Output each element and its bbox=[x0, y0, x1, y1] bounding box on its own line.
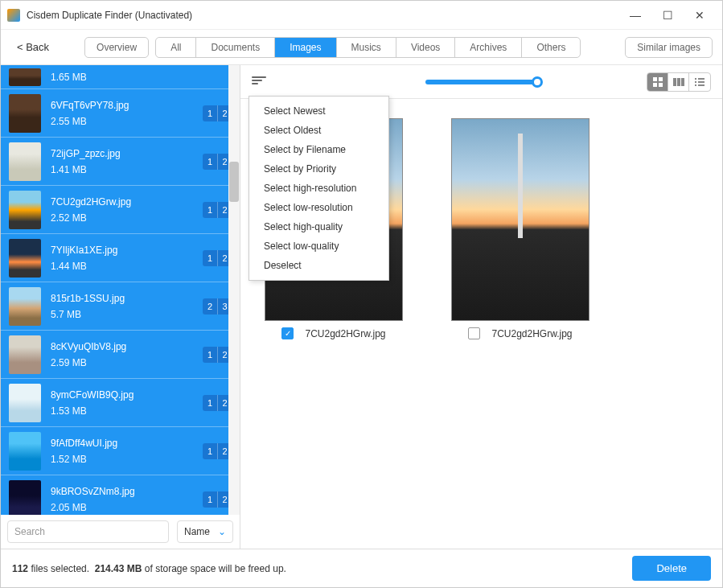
menu-item[interactable]: Select by Filename bbox=[249, 140, 388, 159]
menu-item[interactable]: Select high-quality bbox=[249, 217, 388, 236]
similar-images-button[interactable]: Similar images bbox=[625, 37, 713, 58]
dup-count-badge: 1 bbox=[203, 202, 217, 218]
close-button[interactable]: ✕ bbox=[684, 1, 716, 30]
tab-all[interactable]: All bbox=[156, 38, 196, 57]
window-title: Cisdem Duplicate Finder (Unactivated) bbox=[27, 10, 619, 21]
freed-label: of storage space will be freed up. bbox=[145, 563, 286, 574]
selected-label: files selected. bbox=[31, 563, 89, 574]
svg-rect-7 bbox=[695, 78, 696, 80]
filter-icon[interactable] bbox=[252, 76, 266, 88]
preview-item: 7CU2gd2HGrw.jpg bbox=[451, 118, 589, 529]
list-item[interactable]: 9fAfDff4wUI.jpg1.52 MB12 bbox=[1, 427, 240, 475]
dup-count-badge: 1 bbox=[203, 395, 217, 411]
list-item[interactable]: 8cKVyuQIbV8.jpg2.59 MB12 bbox=[1, 331, 240, 379]
svg-rect-1 bbox=[659, 77, 663, 81]
badges: 12 bbox=[203, 395, 232, 411]
maximize-button[interactable]: ☐ bbox=[651, 1, 684, 30]
file-name: 8cKVyuQIbV8.jpg bbox=[51, 341, 203, 352]
svg-rect-5 bbox=[677, 78, 680, 86]
svg-rect-3 bbox=[659, 83, 663, 87]
view-columns-button[interactable] bbox=[668, 73, 689, 91]
selection-context-menu: Select NewestSelect OldestSelect by File… bbox=[249, 96, 389, 281]
badges: 23 bbox=[203, 298, 232, 315]
badges: 12 bbox=[203, 202, 232, 218]
dup-count-badge: 1 bbox=[203, 154, 217, 170]
file-size: 5.7 MB bbox=[51, 309, 203, 320]
status-footer: 112 files selected. 214.43 MB of storage… bbox=[1, 549, 722, 587]
freed-size: 214.43 MB bbox=[95, 563, 142, 574]
duplicate-list: 1.65 MB6VFqT6vPY78.jpg2.55 MB1272ijGP_zp… bbox=[1, 65, 240, 515]
thumbnail bbox=[9, 239, 41, 278]
file-name: 9fAfDff4wUI.jpg bbox=[51, 438, 203, 449]
file-size: 2.05 MB bbox=[51, 502, 203, 513]
tab-videos[interactable]: Videos bbox=[396, 38, 455, 57]
thumbnail bbox=[9, 384, 41, 422]
app-icon bbox=[7, 9, 20, 22]
thumbnail bbox=[9, 287, 41, 326]
minimize-button[interactable]: — bbox=[619, 1, 651, 30]
thumbnail bbox=[9, 335, 41, 374]
sort-select[interactable]: Name ⌄ bbox=[177, 520, 233, 543]
file-size: 1.52 MB bbox=[51, 454, 203, 465]
tab-documents[interactable]: Documents bbox=[196, 38, 275, 57]
menu-item[interactable]: Select by Priority bbox=[249, 159, 388, 179]
dup-count-badge: 1 bbox=[203, 491, 217, 508]
select-checkbox[interactable]: ✓ bbox=[281, 327, 294, 339]
zoom-slider[interactable] bbox=[425, 80, 538, 84]
dup-count-badge: 1 bbox=[203, 250, 217, 266]
file-name: 7YIljKIa1XE.jpg bbox=[51, 245, 203, 256]
list-scrollbar[interactable] bbox=[228, 65, 240, 515]
view-list-button[interactable] bbox=[689, 73, 710, 91]
chevron-down-icon: ⌄ bbox=[218, 526, 226, 537]
badges: 12 bbox=[203, 443, 232, 459]
view-grid-button[interactable] bbox=[647, 73, 668, 91]
badges: 12 bbox=[203, 105, 232, 121]
badges: 12 bbox=[203, 347, 232, 363]
dup-count-badge: 2 bbox=[203, 298, 217, 315]
tab-archives[interactable]: Archives bbox=[455, 38, 522, 57]
list-item[interactable]: 1.65 MB bbox=[1, 65, 240, 89]
dup-count-badge: 1 bbox=[203, 347, 217, 363]
scroll-thumb[interactable] bbox=[229, 162, 239, 202]
list-item[interactable]: 9kBROSvZNm8.jpg2.05 MB12 bbox=[1, 475, 240, 515]
dup-count-badge: 1 bbox=[203, 443, 217, 459]
file-name: 6VFqT6vPY78.jpg bbox=[51, 100, 203, 111]
thumbnail bbox=[9, 432, 41, 471]
overview-button[interactable]: Overview bbox=[84, 37, 149, 58]
main-pane: ✓7CU2gd2HGrw.jpg7CU2gd2HGrw.jpg Select N… bbox=[240, 65, 722, 549]
view-toggle bbox=[647, 72, 711, 92]
list-item[interactable]: 72ijGP_zpzc.jpg1.41 MB12 bbox=[1, 138, 240, 186]
tab-others[interactable]: Others bbox=[522, 38, 580, 57]
search-input[interactable]: Search bbox=[7, 520, 169, 543]
preview-filename: 7CU2gd2HGrw.jpg bbox=[491, 328, 572, 339]
preview-image[interactable] bbox=[451, 118, 589, 321]
tab-images[interactable]: Images bbox=[275, 38, 336, 57]
menu-item[interactable]: Select Newest bbox=[249, 101, 388, 121]
menu-item[interactable]: Select high-resolution bbox=[249, 179, 388, 198]
list-item[interactable]: 8ymCFoWIB9Q.jpg1.53 MB12 bbox=[1, 379, 240, 427]
menu-item[interactable]: Select low-quality bbox=[249, 236, 388, 256]
list-item[interactable]: 815r1b-1SSU.jpg5.7 MB23 bbox=[1, 282, 240, 331]
file-name: 7CU2gd2HGrw.jpg bbox=[51, 196, 203, 208]
back-button[interactable]: < Back bbox=[10, 38, 55, 56]
sidebar-footer: Search Name ⌄ bbox=[1, 515, 240, 549]
dup-count-badge: 1 bbox=[203, 105, 217, 121]
delete-button[interactable]: Delete bbox=[632, 556, 711, 581]
file-size: 2.55 MB bbox=[51, 116, 203, 127]
list-item[interactable]: 6VFqT6vPY78.jpg2.55 MB12 bbox=[1, 89, 240, 138]
file-size: 1.65 MB bbox=[51, 72, 232, 83]
select-checkbox[interactable] bbox=[468, 327, 480, 339]
svg-rect-12 bbox=[698, 84, 705, 86]
thumbnail bbox=[9, 68, 41, 86]
thumbnail bbox=[9, 94, 41, 133]
file-name: 815r1b-1SSU.jpg bbox=[51, 293, 203, 304]
list-item[interactable]: 7CU2gd2HGrw.jpg2.52 MB12 bbox=[1, 186, 240, 234]
menu-item[interactable]: Deselect bbox=[249, 256, 388, 275]
menu-item[interactable]: Select Oldest bbox=[249, 121, 388, 140]
category-tabs: AllDocumentsImagesMusicsVideosArchivesOt… bbox=[155, 37, 581, 58]
menu-item[interactable]: Select low-resolution bbox=[249, 198, 388, 217]
svg-rect-6 bbox=[681, 78, 684, 86]
tab-musics[interactable]: Musics bbox=[337, 38, 396, 57]
slider-handle[interactable] bbox=[532, 76, 543, 88]
list-item[interactable]: 7YIljKIa1XE.jpg1.44 MB12 bbox=[1, 234, 240, 282]
